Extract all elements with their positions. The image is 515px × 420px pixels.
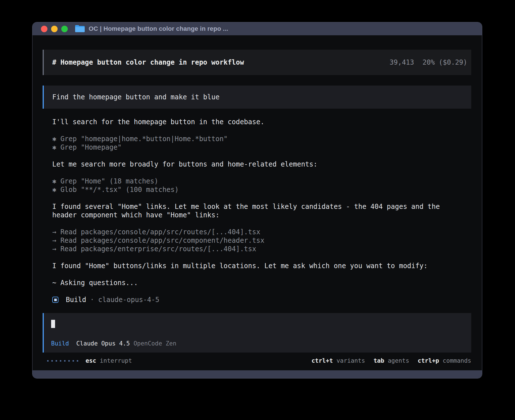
hint-key: ctrl+t	[311, 357, 333, 364]
agent-model: claude-opus-4-5	[98, 296, 160, 304]
hint-label: commands	[443, 357, 471, 364]
transcript-line: → Read packages/console/app/src/componen…	[52, 236, 471, 245]
hint-variants: ctrl+t variants	[311, 357, 365, 364]
hint-agents: tab agents	[374, 357, 409, 364]
status-footer: esc interrupt ctrl+t variants tab agents…	[43, 356, 471, 365]
spinner-dot	[56, 360, 57, 362]
spinner-dot	[77, 360, 78, 362]
spinner-dot	[47, 360, 49, 362]
hint-label: interrupt	[100, 357, 132, 364]
terminal-window: OC | Homepage button color change in rep…	[32, 22, 482, 379]
spinner-dot	[64, 360, 66, 362]
agent-separator: ·	[90, 296, 94, 304]
transcript-line: ✱ Grep "homepage|home.*button|Home.*butt…	[52, 135, 471, 143]
transcript-line: → Read packages/console/app/src/routes/[…	[52, 228, 471, 236]
window-title: OC | Homepage button color change in rep…	[89, 25, 228, 32]
agent-status-row: Build · claude-opus-4-5	[43, 296, 471, 304]
transcript-line: Let me search more broadly for buttons a…	[52, 160, 471, 169]
input-provider-label: OpenCode Zen	[134, 340, 176, 347]
transcript: I'll search for the homepage button in t…	[43, 118, 471, 296]
hint-key: tab	[374, 357, 384, 364]
spinner-dot	[68, 360, 70, 362]
agent-name: Build	[66, 296, 86, 304]
user-message-text: Find the homepage button and make it blu…	[52, 93, 219, 101]
transcript-line	[52, 152, 471, 160]
session-header: # Homepage button color change in repo w…	[43, 50, 471, 75]
transcript-line	[52, 287, 471, 296]
zoom-button[interactable]	[61, 26, 68, 32]
terminal-content: # Homepage button color change in repo w…	[32, 35, 482, 370]
text-cursor	[51, 320, 55, 328]
transcript-line: ✱ Grep "Homepage"	[52, 143, 471, 152]
traffic-lights	[41, 26, 68, 32]
transcript-line: ~ Asking questions...	[52, 279, 471, 287]
model-row: Build Claude Opus 4.5 OpenCode Zen	[51, 340, 463, 347]
token-count: 39,413	[390, 58, 414, 66]
agent-badge-icon	[52, 297, 58, 303]
session-stats: 39,413 20% ($0.29)	[390, 58, 467, 66]
minimize-button[interactable]	[51, 26, 58, 32]
input-model-label: Claude Opus 4.5	[76, 340, 130, 347]
transcript-line: ✱ Glob "**/*.tsx" (100 matches)	[52, 185, 471, 194]
transcript-line: I found several "Home" links. Let me loo…	[52, 202, 471, 211]
hint-label: variants	[337, 357, 365, 364]
transcript-line	[52, 126, 471, 135]
prompt-input[interactable]: Build Claude Opus 4.5 OpenCode Zen	[43, 313, 471, 353]
input-agent-label: Build	[51, 340, 69, 347]
spinner-dot	[60, 360, 61, 362]
hint-interrupt: esc interrupt	[86, 357, 132, 364]
transcript-line: I found "Home" buttons/links in multiple…	[52, 262, 471, 270]
transcript-line	[52, 169, 471, 177]
transcript-line: I'll search for the homepage button in t…	[52, 118, 471, 126]
spinner-dot	[51, 360, 53, 362]
transcript-line	[52, 253, 471, 262]
transcript-line: ✱ Grep "Home" (18 matches)	[52, 177, 471, 185]
transcript-line	[52, 194, 471, 202]
window-bottom-bar	[32, 370, 482, 378]
close-button[interactable]	[41, 26, 47, 32]
hint-key: esc	[86, 357, 96, 364]
context-percent: 20%	[422, 58, 435, 66]
hint-key: ctrl+p	[418, 357, 439, 364]
spinner-dot	[73, 360, 74, 362]
hint-commands: ctrl+p commands	[418, 357, 471, 364]
transcript-line: header component which have "Home" links…	[52, 211, 471, 219]
transcript-line: → Read packages/enterprise/src/routes/[.…	[52, 245, 471, 253]
hint-label: agents	[388, 357, 409, 364]
transcript-line	[52, 270, 471, 279]
footer-right-hints: ctrl+t variants tab agents ctrl+p comman…	[311, 357, 471, 364]
spinner-dots	[47, 360, 78, 362]
titlebar[interactable]: OC | Homepage button color change in rep…	[32, 22, 482, 35]
user-message: Find the homepage button and make it blu…	[43, 86, 471, 109]
transcript-line	[52, 219, 471, 228]
session-cost: ($0.29)	[439, 58, 467, 66]
session-title: # Homepage button color change in repo w…	[52, 58, 244, 66]
folder-icon	[75, 25, 85, 33]
